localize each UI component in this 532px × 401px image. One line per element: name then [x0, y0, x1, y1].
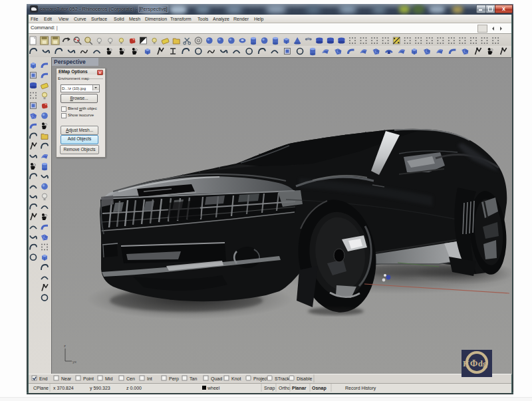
svg-text:wheel: wheel — [207, 386, 220, 390]
svg-text:Perp: Perp — [169, 376, 179, 382]
svg-text:Snap: Snap — [264, 386, 275, 391]
svg-text:Cen: Cen — [126, 376, 135, 381]
svg-text:Point: Point — [83, 376, 94, 381]
svg-text:End: End — [39, 376, 48, 381]
svg-text:Osnap: Osnap — [312, 386, 327, 391]
svg-text:STrack: STrack — [275, 376, 289, 381]
svg-text:z: z — [64, 344, 66, 348]
svg-text:z 0.000: z 0.000 — [126, 386, 142, 390]
svg-text:y 590.323: y 590.323 — [90, 386, 110, 391]
svg-text:CPlane: CPlane — [33, 386, 49, 390]
svg-text:Quad: Quad — [211, 376, 222, 382]
svg-text:x 370.824: x 370.824 — [53, 386, 74, 390]
svg-text:Project: Project — [253, 376, 268, 382]
svg-text:yx: yx — [72, 360, 76, 364]
svg-text:Record History: Record History — [345, 386, 376, 391]
svg-text:Mid: Mid — [105, 376, 112, 381]
svg-text:Int: Int — [147, 376, 152, 381]
svg-text:Near: Near — [61, 376, 72, 381]
svg-text:Disable: Disable — [297, 376, 312, 381]
svg-text:Ortho: Ortho — [279, 386, 291, 390]
svg-text:Knot: Knot — [231, 376, 241, 381]
svg-text:Tan: Tan — [190, 376, 197, 381]
svg-text:KΦdg: KΦdg — [463, 358, 487, 368]
svg-text:Planar: Planar — [292, 386, 307, 390]
